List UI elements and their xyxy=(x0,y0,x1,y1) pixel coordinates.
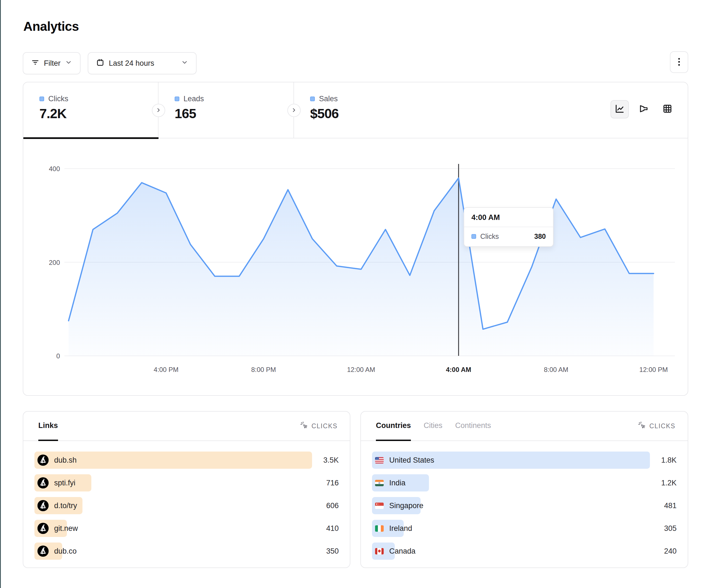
table-grid-icon xyxy=(662,104,673,115)
row-content: Singapore xyxy=(375,497,423,514)
list-item[interactable]: Singapore481 xyxy=(372,497,676,514)
row-value: 305 xyxy=(650,524,676,533)
expand-clicks-button[interactable] xyxy=(152,104,165,117)
page-title: Analytics xyxy=(23,19,79,34)
y-axis-label: 200 xyxy=(49,259,60,266)
tooltip-legend-square xyxy=(471,234,476,239)
in-flag-icon xyxy=(375,480,384,486)
cursor-click-icon xyxy=(300,421,308,431)
list-item[interactable]: dub.sh3.5K xyxy=(35,452,339,469)
tooltip-value: 380 xyxy=(534,232,546,241)
row-value: 350 xyxy=(312,547,339,556)
list-item[interactable]: Ireland305 xyxy=(372,520,676,537)
list-item[interactable]: d.to/try606 xyxy=(35,497,339,514)
filter-button[interactable]: Filter xyxy=(23,52,81,74)
list-item[interactable]: Canada240 xyxy=(372,543,676,560)
clicks-area-chart[interactable]: 02004004:00 PM8:00 PM12:00 AM4:00 AM8:00… xyxy=(23,138,688,395)
stat-label: Clicks xyxy=(48,95,68,103)
row-label: Singapore xyxy=(389,501,423,510)
countries-panel: CountriesCitiesContinents CLICKS United … xyxy=(360,411,688,568)
chevron-right-icon xyxy=(291,107,297,114)
links-panel-tabs: Links xyxy=(38,412,58,440)
calendar-icon xyxy=(96,58,104,68)
list-item[interactable]: dub.co350 xyxy=(35,543,339,560)
y-axis-label: 400 xyxy=(49,165,60,173)
tab-cities[interactable]: Cities xyxy=(424,412,443,441)
expand-leads-button[interactable] xyxy=(287,104,301,117)
row-label: United States xyxy=(389,456,434,465)
countries-metric-label: CLICKS xyxy=(649,423,675,430)
tooltip-series-label: Clicks xyxy=(480,232,499,241)
countries-metric-selector[interactable]: CLICKS xyxy=(638,412,675,440)
table-view-toggle[interactable] xyxy=(658,100,676,118)
links-rows: dub.sh3.5Kspti.fyi716d.to/try606git.new4… xyxy=(23,441,350,560)
row-value: 3.5K xyxy=(312,456,339,465)
bar-zone: Canada xyxy=(372,543,650,560)
row-label: git.new xyxy=(54,524,78,533)
list-item[interactable]: git.new410 xyxy=(35,520,339,537)
links-metric-selector[interactable]: CLICKS xyxy=(300,412,338,440)
funnel-chart-toggle[interactable] xyxy=(634,100,653,118)
row-label: spti.fyi xyxy=(54,479,76,487)
row-content: Canada xyxy=(375,543,416,560)
dub-logo-icon xyxy=(38,546,48,557)
stat-label: Sales xyxy=(319,95,338,103)
kebab-menu-icon xyxy=(675,57,683,67)
tab-continents[interactable]: Continents xyxy=(455,412,491,441)
bar-zone: Singapore xyxy=(372,497,650,514)
tab-links[interactable]: Links xyxy=(38,412,58,441)
row-value: 716 xyxy=(312,479,339,487)
row-value: 606 xyxy=(312,501,339,510)
bar-zone: dub.co xyxy=(35,543,312,560)
list-item[interactable]: spti.fyi716 xyxy=(35,474,339,492)
stat-value: 7.2K xyxy=(39,106,158,121)
chevron-down-icon xyxy=(181,59,188,68)
chart-canvas: 02004004:00 PM8:00 PM12:00 AM4:00 AM8:00… xyxy=(23,138,688,395)
tab-clicks[interactable]: Clicks 7.2K xyxy=(23,82,158,138)
row-value: 410 xyxy=(312,524,339,533)
bar-zone: d.to/try xyxy=(35,497,312,514)
links-panel: Links CLICKS dub.sh3.5Kspti.fyi716d.to/t… xyxy=(23,411,350,568)
line-chart-toggle[interactable] xyxy=(610,100,629,118)
stat-value: $506 xyxy=(310,106,429,121)
ie-flag-icon xyxy=(375,525,384,532)
x-axis-label: 4:00 PM xyxy=(154,366,178,373)
countries-panel-tabs: CountriesCitiesContinents xyxy=(376,412,491,440)
sales-legend-square xyxy=(310,96,315,101)
dub-logo-icon xyxy=(38,500,48,511)
row-content: India xyxy=(375,474,406,492)
window-edge-strip xyxy=(0,0,1,588)
x-axis-label: 4:00 AM xyxy=(446,366,471,373)
x-axis-label: 12:00 PM xyxy=(639,366,668,373)
date-range-button[interactable]: Last 24 hours xyxy=(88,52,197,74)
x-axis-label: 8:00 AM xyxy=(544,366,568,373)
links-metric-label: CLICKS xyxy=(311,423,338,430)
countries-rows: United States1.8KIndia1.2KSingapore481Ir… xyxy=(361,441,688,560)
chevron-right-icon xyxy=(155,107,161,114)
leads-legend-square xyxy=(175,96,179,101)
list-item[interactable]: India1.2K xyxy=(372,474,676,492)
tab-sales[interactable]: Sales $506 xyxy=(294,82,429,138)
dub-logo-icon xyxy=(38,523,48,534)
list-item[interactable]: United States1.8K xyxy=(372,452,676,469)
row-label: d.to/try xyxy=(54,501,77,510)
row-content: dub.co xyxy=(38,543,77,560)
tab-countries[interactable]: Countries xyxy=(376,412,411,441)
ca-flag-icon xyxy=(375,548,384,555)
analytics-card: Clicks 7.2K Leads 165 Sales $506 xyxy=(23,82,688,396)
row-value: 481 xyxy=(650,501,676,510)
more-options-button[interactable] xyxy=(670,51,688,73)
cursor-click-icon xyxy=(638,421,646,431)
x-axis-label: 12:00 AM xyxy=(347,366,375,373)
area-fill xyxy=(69,178,653,356)
bar-zone: dub.sh xyxy=(35,452,312,469)
tab-leads[interactable]: Leads 165 xyxy=(158,82,294,138)
row-content: United States xyxy=(375,452,434,469)
bar-zone: Ireland xyxy=(372,520,650,537)
row-label: dub.sh xyxy=(54,456,77,465)
row-value: 1.2K xyxy=(650,479,676,487)
stat-label: Leads xyxy=(184,95,204,103)
row-content: d.to/try xyxy=(38,497,77,514)
bar-zone: India xyxy=(372,474,650,492)
line-chart-icon xyxy=(615,104,625,115)
